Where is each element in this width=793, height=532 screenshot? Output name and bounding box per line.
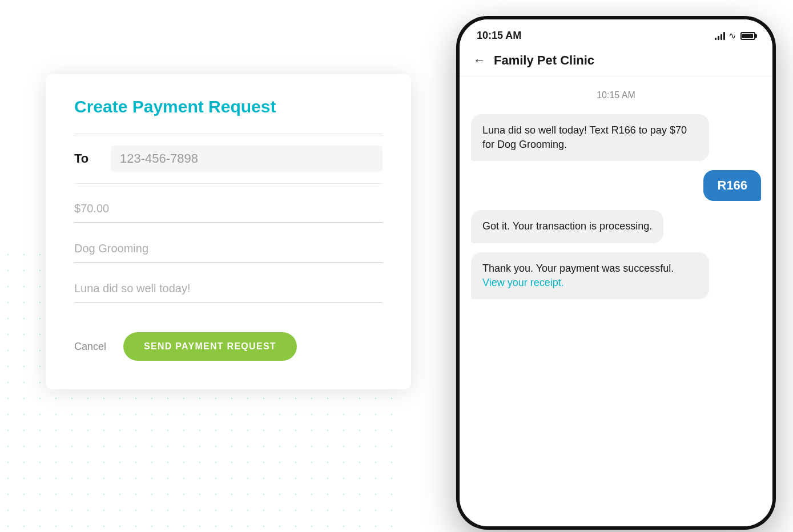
phone-mockup: 10:15 AM ∿ ← Family Pet C <box>456 16 776 530</box>
clinic-name: Family Pet Clinic <box>494 53 594 68</box>
message-bubble-incoming-3: Thank you. Your payment was successful. … <box>471 252 709 299</box>
receipt-link[interactable]: View your receipt. <box>482 277 564 288</box>
send-payment-button[interactable]: SEND PAYMENT REQUEST <box>123 332 297 361</box>
message-text-3: Thank you. Your payment was successful. <box>482 263 674 274</box>
phone-frame: 10:15 AM ∿ ← Family Pet C <box>456 16 776 530</box>
to-phone-value: 123-456-7898 <box>111 146 383 172</box>
phone-screen: 10:15 AM ∿ ← Family Pet C <box>460 19 772 526</box>
message-input[interactable] <box>74 275 383 303</box>
payment-request-card: Create Payment Request To 123-456-7898 C… <box>46 74 411 389</box>
message-bubble-outgoing-1: R166 <box>703 170 761 201</box>
action-row: Cancel SEND PAYMENT REQUEST <box>74 332 383 361</box>
wifi-icon: ∿ <box>728 30 736 41</box>
phone-header: ← Family Pet Clinic <box>460 47 772 76</box>
amount-input[interactable] <box>74 195 383 223</box>
message-text-2: Got it. Your transaction is processing. <box>482 220 652 232</box>
message-bubble-incoming-2: Got it. Your transaction is processing. <box>471 210 663 243</box>
message-bubble-incoming-1: Luna did so well today! Text R166 to pay… <box>471 114 709 161</box>
card-title: Create Payment Request <box>74 97 383 116</box>
back-button[interactable]: ← <box>473 53 486 68</box>
battery-icon <box>740 32 755 40</box>
chat-area: 10:15 AM Luna did so well today! Text R1… <box>460 76 772 526</box>
chat-timestamp: 10:15 AM <box>471 90 761 100</box>
status-icons: ∿ <box>715 30 755 41</box>
signal-icon <box>715 32 725 40</box>
field-group <box>74 195 383 315</box>
cancel-button[interactable]: Cancel <box>74 335 106 358</box>
description-input[interactable] <box>74 235 383 263</box>
message-text-1: Luna did so well today! Text R166 to pay… <box>482 124 687 150</box>
status-time: 10:15 AM <box>477 30 521 42</box>
to-label: To <box>74 151 97 166</box>
status-bar: 10:15 AM ∿ <box>460 19 772 47</box>
message-text-outgoing: R166 <box>717 178 747 192</box>
to-row: To 123-456-7898 <box>74 134 383 184</box>
